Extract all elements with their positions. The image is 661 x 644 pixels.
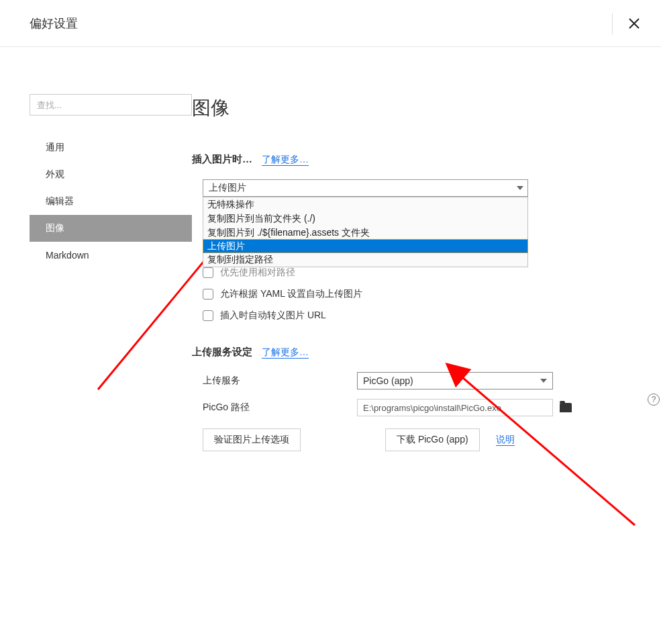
upload-service-row: 上传服务 PicGo (app): [203, 372, 634, 389]
dropdown-option-none[interactable]: 无特殊操作: [203, 197, 527, 212]
insert-section-header: 插入图片时… 了解更多…: [192, 153, 634, 173]
chevron-down-icon: [540, 379, 547, 383]
close-icon[interactable]: [626, 15, 642, 32]
sidebar-item-general[interactable]: 通用: [30, 134, 192, 161]
dropdown-option-copy-current[interactable]: 复制图片到当前文件夹 (./): [203, 212, 527, 226]
insert-action-dropdown: 无特殊操作 复制图片到当前文件夹 (./) 复制图片到 ./${filename…: [203, 197, 528, 267]
checkbox-icon: [203, 267, 213, 278]
sidebar-item-editor[interactable]: 编辑器: [30, 188, 192, 215]
header-bar: 偏好设置: [0, 0, 661, 47]
header-divider: [612, 13, 613, 34]
upload-section-label: 上传服务设定: [192, 346, 252, 359]
chevron-down-icon: [517, 186, 523, 190]
sidebar-item-label: 外观: [46, 169, 64, 181]
verify-upload-button[interactable]: 验证图片上传选项: [203, 428, 301, 451]
upload-learn-more-link[interactable]: 了解更多…: [262, 347, 309, 359]
checkbox-label: 优先使用相对路径: [220, 267, 295, 279]
sidebar-nav: 通用 外观 编辑器 图像 Markdown: [30, 134, 192, 269]
dropdown-option-copy-path[interactable]: 复制到指定路径: [203, 252, 527, 267]
main-panel: 图像 插入图片时… 了解更多… 上传图片 无特殊操作 复制图片到当前文件夹 (.…: [192, 94, 661, 451]
sidebar: 通用 外观 编辑器 图像 Markdown: [0, 94, 192, 451]
verify-button-label: 验证图片上传选项: [214, 434, 289, 446]
instructions-link[interactable]: 说明: [496, 434, 515, 446]
upload-settings-section: 上传服务设定 了解更多… 上传服务 PicGo (app) PicGo 路径 验…: [192, 346, 634, 451]
download-button-label: 下载 PicGo (app): [397, 434, 468, 446]
upload-service-select[interactable]: PicGo (app): [357, 372, 553, 389]
body: 通用 外观 编辑器 图像 Markdown 图像 插入图片时… 了解更多… 上传…: [0, 47, 661, 451]
sidebar-item-label: 编辑器: [46, 195, 74, 208]
checkbox-relative-path[interactable]: 优先使用相对路径: [203, 267, 634, 279]
insert-section-label: 插入图片时…: [192, 153, 252, 166]
checkbox-label: 允许根据 YAML 设置自动上传图片: [220, 288, 362, 300]
insert-action-select[interactable]: 上传图片 无特殊操作 复制图片到当前文件夹 (./) 复制图片到 ./${fil…: [203, 179, 528, 197]
checkbox-icon: [203, 310, 213, 321]
header-right: [612, 13, 642, 34]
dropdown-option-copy-assets[interactable]: 复制图片到 ./${filename}.assets 文件夹: [203, 226, 527, 240]
checkbox-label: 插入时自动转义图片 URL: [220, 310, 326, 322]
checkbox-icon: [203, 289, 213, 300]
checkbox-auto-escape-url[interactable]: 插入时自动转义图片 URL: [203, 310, 634, 322]
button-row: 验证图片上传选项 下载 PicGo (app) 说明: [203, 428, 634, 451]
upload-service-value: PicGo (app): [363, 375, 413, 386]
insert-action-selected-value: 上传图片: [209, 182, 246, 194]
insert-action-select-display[interactable]: 上传图片: [203, 179, 528, 197]
sidebar-item-label: Markdown: [46, 250, 89, 261]
picgo-path-input[interactable]: [357, 399, 553, 416]
window-title: 偏好设置: [30, 15, 78, 32]
sidebar-item-image[interactable]: 图像: [30, 215, 192, 242]
upload-service-label: 上传服务: [203, 375, 357, 387]
picgo-path-row: PicGo 路径: [203, 399, 634, 416]
checkbox-yaml-auto-upload[interactable]: 允许根据 YAML 设置自动上传图片: [203, 288, 634, 300]
checkbox-group: 优先使用相对路径 允许根据 YAML 设置自动上传图片 插入时自动转义图片 UR…: [203, 267, 634, 322]
download-picgo-button[interactable]: 下载 PicGo (app): [385, 428, 480, 451]
dropdown-option-upload[interactable]: 上传图片: [203, 239, 528, 253]
help-icon[interactable]: ?: [648, 394, 660, 406]
folder-icon[interactable]: [560, 403, 572, 412]
page-title: 图像: [192, 95, 634, 121]
upload-section-header: 上传服务设定 了解更多…: [192, 346, 634, 365]
picgo-path-label: PicGo 路径: [203, 402, 357, 414]
search-input[interactable]: [30, 94, 192, 116]
sidebar-item-appearance[interactable]: 外观: [30, 161, 192, 188]
sidebar-item-label: 通用: [46, 142, 64, 154]
sidebar-item-markdown[interactable]: Markdown: [30, 242, 192, 269]
insert-learn-more-link[interactable]: 了解更多…: [262, 154, 309, 166]
sidebar-item-label: 图像: [46, 222, 64, 234]
